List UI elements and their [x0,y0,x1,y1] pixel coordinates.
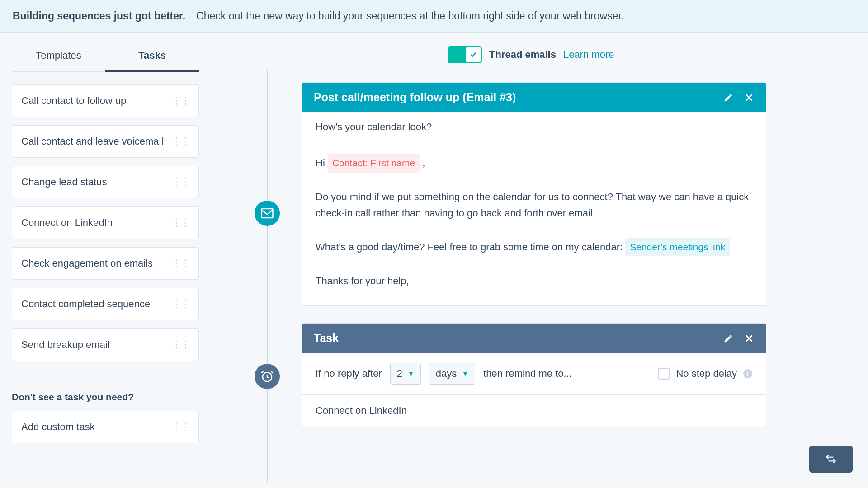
task-template-item[interactable]: Change lead status ⋮⋮ [12,166,199,198]
drag-handle-icon[interactable]: ⋮⋮ [171,95,189,107]
email-body[interactable]: Hi Contact: First name , Do you mind if … [302,142,766,305]
greeting-post: , [422,157,425,169]
info-icon[interactable]: i [743,369,752,378]
drag-handle-icon[interactable]: ⋮⋮ [171,421,189,433]
drag-handle-icon[interactable]: ⋮⋮ [171,136,189,147]
learn-more-link[interactable]: Learn more [563,49,614,61]
sequence-step-email: Post call/meeting follow up (Email #3) H… [302,82,766,306]
swap-arrows-icon [825,453,837,465]
check-icon [470,51,477,58]
email-para-1: Do you mind if we put something on the c… [316,189,752,222]
banner-title: Building sequences just got better. [13,10,185,22]
task-template-label: Call contact to follow up [21,95,126,107]
task-template-item[interactable]: Call contact and leave voicemail ⋮⋮ [12,125,199,158]
task-template-item[interactable]: Contact completed sequence ⋮⋮ [12,288,199,320]
task-card-title: Task [314,332,339,345]
envelope-icon [260,206,274,220]
drag-handle-icon[interactable]: ⋮⋮ [171,298,189,310]
drag-handle-icon[interactable]: ⋮⋮ [171,258,189,269]
email-card-title: Post call/meeting follow up (Email #3) [314,91,516,104]
close-icon [744,93,754,103]
task-card-header: Task [302,324,766,353]
timeline-rail [267,69,268,483]
email-para-2-pre: What's a good day/time? Feel free to gra… [316,241,625,253]
task-card: Task If no reply after 2 ▼ [302,323,766,427]
email-card-header: Post call/meeting follow up (Email #3) [302,83,766,112]
add-custom-task-button[interactable]: Add custom task ⋮⋮ [12,411,199,443]
task-template-item[interactable]: Send breakup email ⋮⋮ [12,328,199,361]
delete-button[interactable] [744,333,754,343]
greeting-pre: Hi [316,157,328,169]
sequence-canvas: Thread emails Learn more Post call/meeti… [211,33,868,483]
email-subject[interactable]: How's your calendar look? [302,112,766,142]
delete-button[interactable] [744,93,754,103]
pencil-icon [723,93,733,103]
no-step-delay-checkbox[interactable] [658,368,670,380]
remind-label: then remind me to... [483,368,572,380]
chevron-down-icon: ▼ [462,370,468,377]
task-template-label: Check engagement on emails [21,258,153,269]
tab-templates[interactable]: Templates [12,42,105,71]
task-template-label: Change lead status [21,176,107,188]
if-no-reply-label: If no reply after [316,368,382,380]
token-contact-firstname[interactable]: Contact: First name [328,154,420,173]
sidebar: Templates Tasks Call contact to follow u… [0,33,211,483]
thread-emails-row: Thread emails Learn more [448,46,868,63]
tab-tasks[interactable]: Tasks [105,42,199,72]
thread-emails-toggle[interactable] [448,46,482,63]
svg-rect-0 [262,209,273,218]
drag-handle-icon[interactable]: ⋮⋮ [171,217,189,229]
toggle-handle [466,47,481,62]
pencil-icon [723,333,733,343]
task-template-item[interactable]: Connect on LinkedIn ⋮⋮ [12,206,199,239]
email-step-icon [255,201,280,226]
sidebar-tabs: Templates Tasks [12,42,199,72]
close-icon [744,333,754,343]
task-template-item[interactable]: Call contact to follow up ⋮⋮ [12,84,199,117]
edit-button[interactable] [723,93,733,103]
task-template-label: Connect on LinkedIn [21,217,113,229]
delay-unit-select[interactable]: days ▼ [429,363,475,385]
drag-handle-icon[interactable]: ⋮⋮ [171,176,189,188]
task-template-label: Send breakup email [21,339,110,351]
chevron-down-icon: ▼ [408,370,414,377]
delay-unit-value: days [436,368,457,380]
email-card: Post call/meeting follow up (Email #3) H… [302,82,766,306]
edit-button[interactable] [723,333,733,343]
task-delay-config: If no reply after 2 ▼ days ▼ then remind… [302,353,766,395]
custom-task-hint: Don't see a task you need? [12,392,199,403]
delay-quantity-select[interactable]: 2 ▼ [390,363,421,385]
task-template-label: Call contact and leave voicemail [21,136,163,147]
swap-view-button[interactable] [809,446,853,473]
email-para-3: Thanks for your help, [316,273,752,289]
alarm-clock-icon [260,370,274,383]
add-custom-task-label: Add custom task [21,421,95,433]
announcement-banner: Building sequences just got better. Chec… [0,0,868,33]
delay-quantity-value: 2 [397,368,402,380]
task-template-label: Contact completed sequence [21,298,150,310]
drag-handle-icon[interactable]: ⋮⋮ [171,339,189,351]
banner-text: Check out the new way to build your sequ… [196,10,624,22]
thread-emails-label: Thread emails [489,49,556,61]
task-description[interactable]: Connect on LinkedIn [302,395,766,427]
task-step-icon [255,364,280,389]
task-template-item[interactable]: Check engagement on emails ⋮⋮ [12,247,199,280]
sequence-step-task: Task If no reply after 2 ▼ [302,323,766,427]
token-meetings-link[interactable]: Sender's meetings link [625,238,730,257]
no-step-delay-label: No step delay [676,368,737,380]
